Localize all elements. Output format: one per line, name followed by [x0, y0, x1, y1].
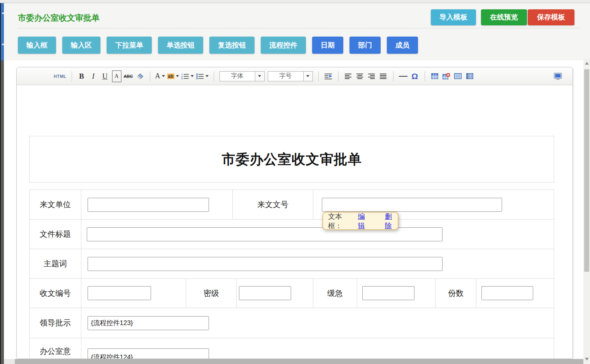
- copies-input[interactable]: [481, 286, 533, 300]
- scroll-up-icon[interactable]: [585, 62, 589, 65]
- table-row: 收文编号 密级 缓急 份数: [30, 279, 554, 308]
- boxed-font-icon[interactable]: A: [112, 70, 121, 82]
- font-size-caret-icon: [303, 72, 313, 81]
- header-panel: 市委办公室收文审批单 导入模板 在线预览 保存模板 输入框 输入区 下拉菜单 单…: [4, 3, 590, 60]
- horizontal-scrollbar[interactable]: [4, 359, 583, 364]
- editor-area: HTML B I U A ABC A ab 1: [4, 60, 583, 364]
- unordered-list-icon[interactable]: [196, 70, 209, 82]
- edit-link[interactable]: 编辑: [358, 212, 371, 230]
- label-cell: 主题词: [30, 249, 81, 278]
- widget-edit-tooltip: 文本框： 编辑 删除: [322, 212, 399, 230]
- header-divider: [18, 28, 579, 28]
- background-window-blue-edge: [0, 3, 4, 60]
- delete-table-icon[interactable]: [442, 70, 451, 82]
- toolbar-separator: [393, 71, 393, 81]
- background-window-sliver: [0, 3, 4, 364]
- svg-text:3: 3: [181, 77, 183, 79]
- source-unit-input[interactable]: [88, 198, 209, 212]
- font-family-select[interactable]: 字体: [219, 71, 265, 81]
- italic-icon[interactable]: I: [89, 70, 98, 82]
- eraser-icon[interactable]: [135, 70, 145, 82]
- scrollbar-thumb[interactable]: [584, 69, 589, 272]
- label-cell: 份数: [435, 279, 476, 308]
- label-cell: 来文文号: [233, 190, 313, 219]
- toolbar-separator: [72, 71, 72, 81]
- toolbar-separator: [318, 71, 319, 81]
- widget-flow-control-button[interactable]: 流程控件: [261, 37, 306, 54]
- underline-icon[interactable]: U: [100, 70, 110, 82]
- bold-icon[interactable]: B: [77, 70, 86, 82]
- insert-table-icon[interactable]: [430, 70, 439, 82]
- table-row: 领导批示: [30, 308, 554, 338]
- widget-button-row: 输入框 输入区 下拉菜单 单选按钮 复选按钮 流程控件 日期 部门 成员: [18, 37, 418, 54]
- widget-checkbox-button[interactable]: 复选按钮: [209, 37, 255, 54]
- fullscreen-icon[interactable]: [553, 70, 562, 82]
- input-cell: [81, 338, 554, 359]
- import-template-button[interactable]: 导入模板: [431, 9, 476, 25]
- align-left-icon[interactable]: [344, 70, 353, 82]
- vertical-scrollbar[interactable]: [583, 58, 590, 364]
- rich-text-editor: HTML B I U A ABC A ab 1: [16, 67, 573, 359]
- label-cell: 收文编号: [30, 279, 81, 308]
- label-cell: 办公室意: [30, 338, 81, 359]
- cell-properties-icon[interactable]: [465, 70, 474, 82]
- font-size-select[interactable]: 字号: [268, 71, 313, 81]
- editor-toolbar: HTML B I U A ABC A ab 1: [17, 67, 572, 85]
- label-cell: 密级: [186, 279, 237, 308]
- input-cell: [237, 279, 313, 308]
- toolbar-separator: [425, 71, 425, 81]
- online-preview-button[interactable]: 在线预览: [481, 9, 527, 25]
- input-cell: [476, 279, 554, 308]
- highlight-color-icon[interactable]: ab: [167, 70, 179, 82]
- strikethrough-icon[interactable]: ABC: [124, 70, 133, 82]
- table-row: 文件标题: [30, 220, 554, 249]
- editor-canvas[interactable]: 市委办公室收文审批单 来文单位 来文文号 文件标题 主题词: [17, 85, 572, 359]
- ordered-list-icon[interactable]: 1 2 3: [181, 70, 194, 82]
- widget-radio-button[interactable]: 单选按钮: [158, 37, 203, 54]
- label-cell: 缓急: [313, 279, 357, 308]
- special-character-icon[interactable]: Ω: [410, 70, 420, 82]
- widget-dropdown-button[interactable]: 下拉菜单: [107, 37, 152, 54]
- leader-instructions-input[interactable]: [88, 316, 209, 330]
- delete-link[interactable]: 删除: [385, 212, 398, 230]
- input-cell: [81, 249, 554, 278]
- horizontal-scrollbar-thumb[interactable]: [15, 359, 583, 364]
- input-cell: [81, 308, 554, 338]
- table-properties-icon[interactable]: [453, 70, 463, 82]
- input-cell: [357, 279, 436, 308]
- widget-input-area-button[interactable]: 输入区: [62, 37, 100, 54]
- align-center-icon[interactable]: [355, 70, 365, 82]
- subject-words-input[interactable]: [88, 257, 442, 271]
- form-title-box: 市委办公室收文审批单: [29, 136, 554, 183]
- horizontal-rule-icon[interactable]: [399, 70, 408, 82]
- urgency-input[interactable]: [362, 286, 414, 300]
- save-template-button[interactable]: 保存模板: [528, 9, 574, 25]
- align-right-icon[interactable]: [367, 70, 376, 82]
- widget-input-box-button[interactable]: 输入框: [18, 37, 56, 54]
- office-opinion-input[interactable]: [88, 348, 209, 359]
- toolbar-separator: [150, 71, 150, 81]
- html-source-icon[interactable]: HTML: [54, 70, 67, 82]
- align-justify-icon[interactable]: [379, 70, 388, 82]
- table-row: 办公室意: [30, 338, 554, 359]
- widget-date-button[interactable]: 日期: [312, 37, 343, 54]
- window-top-strip: [0, 0, 590, 3]
- input-cell: [81, 220, 554, 249]
- scroll-down-icon[interactable]: [585, 358, 589, 360]
- label-cell: 来文单位: [30, 190, 81, 219]
- font-color-icon[interactable]: A: [155, 70, 165, 82]
- document-number-input[interactable]: [322, 198, 502, 212]
- receipt-number-input[interactable]: [88, 286, 151, 300]
- widget-member-button[interactable]: 成员: [387, 37, 418, 54]
- background-window-dark-edge: [0, 60, 4, 364]
- page-title: 市委办公室收文审批单: [18, 12, 100, 23]
- widget-department-button[interactable]: 部门: [349, 37, 381, 54]
- table-row: 主题词: [30, 249, 554, 279]
- indent-icon[interactable]: [324, 70, 333, 82]
- label-cell: 文件标题: [30, 220, 81, 249]
- input-cell: [81, 190, 233, 219]
- secrecy-level-input[interactable]: [239, 286, 291, 300]
- toolbar-separator: [338, 71, 339, 81]
- form-title: 市委办公室收文审批单: [222, 150, 362, 169]
- form-table: 来文单位 来文文号 文件标题 主题词 收文编号 密级: [29, 190, 554, 359]
